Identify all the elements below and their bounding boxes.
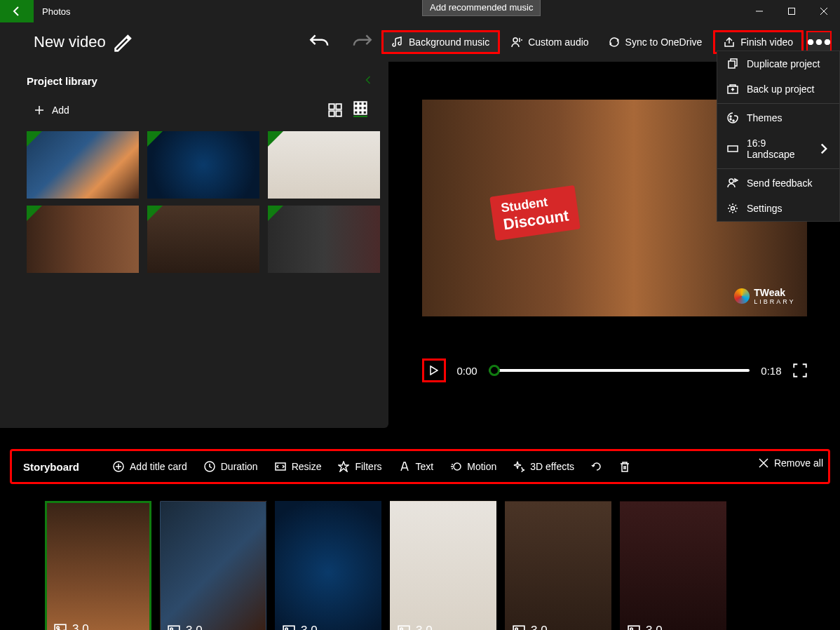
storyboard-clip[interactable]: 3.0 (390, 501, 496, 630)
svg-rect-16 (336, 111, 341, 116)
image-icon (628, 624, 640, 630)
redo-button[interactable] (351, 31, 373, 53)
library-thumbnail[interactable] (147, 131, 259, 199)
svg-point-8 (730, 119, 731, 120)
sync-label: Sync to OneDrive (625, 36, 703, 48)
add-title-card-button[interactable]: Add title card (104, 458, 196, 475)
sync-onedrive-button[interactable]: Sync to OneDrive (600, 32, 711, 52)
storyboard-clips: 3.0 3.0 3.0 3.0 3.0 3.0 (0, 484, 840, 630)
minimize-button[interactable] (743, 0, 775, 22)
storyboard-clip[interactable]: 3.0 (505, 501, 611, 630)
seek-knob[interactable] (489, 365, 500, 376)
motion-button[interactable]: Motion (442, 458, 505, 475)
svg-point-12 (731, 207, 735, 210)
watermark-brand: TWeak (754, 287, 795, 298)
collapse-library-button[interactable] (365, 74, 372, 88)
back-button[interactable] (0, 0, 34, 22)
undo-button[interactable] (309, 31, 331, 53)
3d-effects-button[interactable]: 3D effects (505, 458, 583, 475)
svg-rect-17 (354, 102, 358, 105)
image-icon (168, 624, 180, 630)
edit-title-button[interactable] (113, 31, 135, 53)
filters-button[interactable]: Filters (330, 458, 390, 475)
clip-duration: 3.0 (72, 622, 89, 630)
menu-send-feedback[interactable]: Send feedback (717, 170, 839, 196)
storyboard-title: Storyboard (23, 461, 79, 473)
palette-icon (727, 112, 738, 123)
image-icon (54, 623, 67, 630)
close-button[interactable] (808, 0, 840, 22)
clip-duration: 3.0 (531, 624, 548, 630)
maximize-button[interactable] (775, 0, 808, 22)
storyboard-clip[interactable]: 3.0 (160, 501, 266, 630)
fullscreen-button[interactable] (793, 363, 807, 377)
svg-point-29 (454, 463, 461, 470)
storyboard-toolbar: Storyboard Add title card Duration Resiz… (10, 449, 830, 484)
fullscreen-icon (793, 363, 807, 377)
text-button[interactable]: Text (391, 458, 442, 475)
bg-music-label: Background music (409, 36, 489, 48)
seek-slider[interactable] (489, 369, 750, 372)
current-time: 0:00 (457, 365, 477, 377)
add-media-button[interactable]: Add (34, 105, 69, 116)
svg-rect-24 (359, 111, 363, 114)
play-button[interactable] (422, 358, 446, 382)
library-grid (0, 127, 388, 273)
sb-label: Add title card (130, 461, 187, 472)
library-thumbnail[interactable] (268, 206, 380, 273)
menu-label: Duplicate project (747, 58, 820, 69)
remove-all-button[interactable]: Remove all (759, 457, 823, 469)
image-icon (513, 624, 525, 630)
background-music-button[interactable]: Background music (381, 30, 500, 54)
plus-icon (34, 105, 45, 116)
redo-icon (351, 31, 373, 53)
svg-point-9 (733, 120, 734, 121)
watermark-sub: LIBRARY (754, 298, 795, 305)
svg-point-31 (57, 626, 59, 629)
close-icon (759, 458, 768, 468)
music-icon (392, 36, 403, 48)
share-icon (724, 36, 735, 48)
storyboard-clip[interactable]: 3.0 (620, 501, 726, 630)
rotate-button[interactable] (583, 458, 611, 475)
storyboard-clip[interactable]: 3.0 (275, 501, 381, 630)
library-thumbnail[interactable] (27, 131, 139, 199)
chevron-right-icon (818, 143, 829, 154)
trash-icon (619, 461, 630, 472)
project-library-panel: Project library Add (0, 62, 388, 428)
menu-backup-project[interactable]: Back up project (717, 76, 839, 102)
menu-themes[interactable]: Themes (717, 105, 839, 130)
resize-button[interactable]: Resize (266, 458, 330, 475)
svg-rect-20 (354, 107, 358, 110)
watermark-logo-icon (734, 288, 750, 304)
small-grid-view-button[interactable] (353, 103, 367, 117)
menu-separator (717, 168, 839, 169)
library-thumbnail[interactable] (27, 206, 139, 273)
menu-duplicate-project[interactable]: Duplicate project (717, 51, 839, 76)
backup-icon (727, 83, 738, 95)
svg-point-2 (808, 40, 813, 44)
large-grid-view-button[interactable] (328, 103, 342, 117)
add-label: Add (52, 105, 69, 116)
menu-aspect-ratio[interactable]: 16:9 Landscape (717, 130, 839, 167)
delete-clip-button[interactable] (611, 458, 639, 475)
svg-point-4 (825, 40, 829, 44)
svg-rect-0 (789, 8, 795, 15)
image-icon (283, 624, 295, 630)
grid-3x3-icon (353, 101, 367, 115)
filters-icon (338, 461, 349, 472)
svg-rect-10 (728, 146, 738, 152)
more-options-menu: Duplicate project Back up project Themes… (717, 51, 840, 222)
library-thumbnail[interactable] (147, 206, 259, 273)
storyboard-clip[interactable]: 3.0 (45, 501, 151, 630)
project-title[interactable]: New video (34, 33, 106, 51)
duplicate-icon (727, 58, 738, 69)
duration-button[interactable]: Duration (196, 458, 266, 475)
total-time: 0:18 (761, 365, 781, 377)
library-thumbnail[interactable] (268, 131, 380, 199)
svg-rect-19 (363, 102, 367, 105)
menu-settings[interactable]: Settings (717, 196, 839, 221)
clip-duration: 3.0 (416, 624, 433, 630)
svg-point-7 (730, 116, 731, 117)
custom-audio-button[interactable]: Custom audio (503, 32, 597, 52)
